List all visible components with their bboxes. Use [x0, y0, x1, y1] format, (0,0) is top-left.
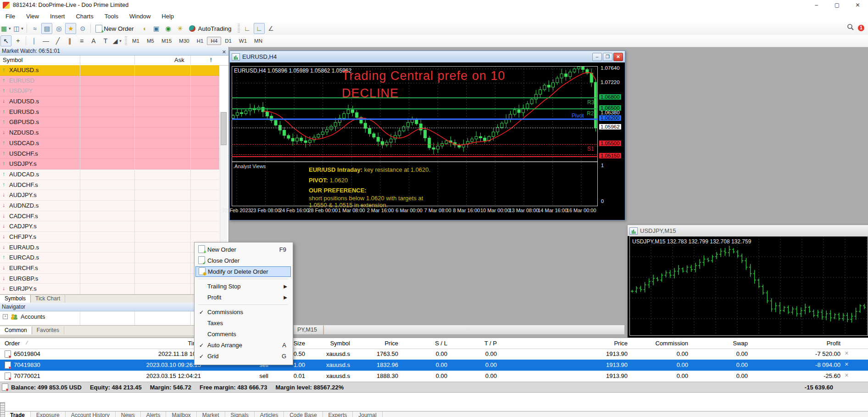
timeframe-d1[interactable]: D1 [221, 37, 235, 45]
crosshair-tool[interactable]: ＋ [12, 35, 23, 46]
market-watch-row[interactable]: ↓CADJPY.s96.53196.55726 [0, 221, 219, 232]
market-watch-row[interactable]: ↓EURAUD.s1.598871.5991831 [0, 242, 219, 253]
timeframe-m1[interactable]: M1 [128, 37, 143, 45]
menu-item-modify-or-delete-order[interactable]: ✱Modify or Delete Order [195, 266, 291, 277]
menu-item-window[interactable]: Window [124, 11, 156, 22]
market-watch-row[interactable]: ↑EURUSD1.059571.0596811 [0, 76, 219, 86]
order-row[interactable]: ▼704198302023.03.10 09:26:15sell1.00xauu… [0, 360, 868, 371]
timeframe-m5[interactable]: M5 [143, 37, 158, 45]
market-watch-row[interactable]: ↓EURJPY.s140.669140.690 [0, 284, 219, 294]
market-watch-row[interactable]: ↑USDCHF.s0.930390.9306425 [0, 149, 219, 159]
bottom-tab-mailbox[interactable]: Mailbox [166, 411, 196, 417]
menu-item-charts[interactable]: Charts [70, 11, 99, 22]
profiles-button[interactable]: ◫▼ [13, 23, 24, 34]
market-watch-row[interactable]: ↓CADCHF.s0.676570.6767518 [0, 211, 219, 222]
close-order-icon[interactable]: ✕ [845, 372, 849, 378]
market-watch-row[interactable]: ↑GBPUSD.s1.207451.2075914 [0, 117, 219, 128]
market-watch-row[interactable]: ↓EURGBP.s0.877470.87760 [0, 274, 219, 284]
favorites-button[interactable]: ★ [65, 23, 76, 34]
tab-common[interactable]: Common [0, 327, 32, 334]
vertical-line-tool[interactable]: ｜ [28, 35, 39, 46]
market-watch-row[interactable]: ↓CHFJPY.s142.659142.69233 [0, 232, 219, 242]
horizontal-line-tool[interactable]: — [40, 35, 51, 46]
timeframe-h1[interactable]: H1 [193, 37, 207, 45]
print-button[interactable]: ▣ [151, 23, 162, 34]
order-row[interactable]: ▼707700212023.03.15 12:04:21sell0.01xauu… [0, 371, 868, 382]
market-watch-row[interactable]: ↑EURUSD.s1.059571.0596811 [0, 107, 219, 118]
fibonacci-tool[interactable]: ≡ [76, 35, 87, 46]
bottom-tab-market[interactable]: Market [197, 411, 225, 417]
tick-chart-button[interactable]: ≈ [29, 23, 40, 34]
market-watch-row[interactable]: ↓NZDUSD.s0.615830.6160118 [0, 128, 219, 138]
line-chart-mode-button[interactable]: ∠ [266, 23, 277, 34]
menu-item-close-order[interactable]: ✓Close Order [195, 255, 291, 266]
market-watch-row[interactable]: ↑USDJPY132.754132.77016 [0, 86, 219, 96]
timeframe-w1[interactable]: W1 [235, 37, 250, 45]
new-chart-button[interactable]: ▦▼ [0, 23, 12, 34]
chart-minimize-button[interactable]: – [592, 53, 602, 61]
bar-chart-mode-button[interactable]: ∟ [242, 23, 253, 34]
bottom-tab-exposure[interactable]: Exposure [31, 411, 66, 417]
trade-watch-icon[interactable]: ◖ [139, 23, 150, 34]
title-bar[interactable]: 8812414: DooPrime-Live - Doo Prime Limit… [0, 0, 868, 11]
menu-item-view[interactable]: View [21, 11, 45, 22]
market-watch-row[interactable]: ↑AUDCHF.s0.616540.6167117 [0, 180, 219, 191]
shapes-tool[interactable]: ◢▼ [112, 35, 123, 46]
bottom-tab-signals[interactable]: Signals [225, 411, 255, 417]
order-row[interactable]: ▼650198042022.11.18 10:30.50xauusd.s1763… [0, 349, 868, 360]
market-watch-row[interactable]: ↓EURCHF.s0.985940.98611 [0, 263, 219, 274]
expert-settings-button[interactable]: ✳ [175, 23, 186, 34]
bottom-tab-journal[interactable]: Journal [353, 411, 382, 417]
menu-item-new-order[interactable]: +New OrderF9 [195, 244, 291, 255]
orders-table-header[interactable]: Order∕TimeSizeSymbolPriceS / LT / PPrice… [0, 338, 868, 349]
notification-badge[interactable]: 1 [858, 25, 864, 31]
bottom-tab-account-history[interactable]: Account History [66, 411, 116, 417]
timeframe-h4[interactable]: H4 [207, 37, 221, 45]
news-button[interactable]: ◉ [163, 23, 174, 34]
text-label-tool[interactable]: T [100, 35, 111, 46]
search-icon[interactable] [847, 23, 854, 33]
market-watch-row[interactable]: ↓AUDUSD.s0.662580.6627618 [0, 96, 219, 107]
usdjpy-window-titlebar[interactable]: USDJPY,M15 [628, 225, 868, 237]
market-watch-row[interactable]: ↑EURCAD.s1.457041.45729 [0, 253, 219, 263]
close-order-icon[interactable]: ✕ [845, 361, 849, 367]
maximize-button[interactable]: ▢ [827, 0, 847, 10]
market-watch-row[interactable]: ↓AUDNZD.s1.075781.0760527 [0, 201, 219, 211]
menu-item-tools[interactable]: Tools [99, 11, 124, 22]
panel-grip[interactable] [0, 402, 5, 417]
close-order-icon[interactable]: ✕ [845, 350, 849, 356]
market-watch-row[interactable]: ↑XAUUSD.s1913.701913.9020 [0, 65, 219, 76]
trendline-tool[interactable]: ╱ [52, 35, 63, 46]
timeframe-m15[interactable]: M15 [158, 37, 175, 45]
timeframe-m30[interactable]: M30 [175, 37, 193, 45]
cursor-tool[interactable]: ↖ [0, 35, 11, 46]
market-watch-row[interactable]: ↓AUDJPY.s87.96587.98924 [0, 190, 219, 201]
menu-item-trailing-stop[interactable]: Trailing Stop▶ [195, 281, 291, 292]
tab-tick-chart[interactable]: Tick Chart [31, 295, 65, 303]
market-watch-toggle[interactable]: ▤ [41, 23, 52, 34]
close-button[interactable]: ✕ [847, 0, 868, 10]
menu-item-file[interactable]: File [0, 11, 21, 22]
menu-item-commissions[interactable]: ✓Commissions [195, 307, 291, 317]
bottom-tab-trade[interactable]: Trade [5, 411, 31, 417]
menu-item-grid[interactable]: ✓GridG [195, 351, 291, 361]
tab-symbols[interactable]: Symbols [0, 295, 31, 303]
eurusd-window-titlebar[interactable]: EURUSD,H4 – ❐ ✕ [230, 51, 625, 63]
menu-item-help[interactable]: Help [156, 11, 179, 22]
minimize-button[interactable]: – [806, 0, 827, 10]
market-watch-columns[interactable]: SymbolBidAsk! [0, 56, 228, 66]
find-symbol-button[interactable]: ⊙ [77, 23, 88, 34]
menu-item-profit[interactable]: Profit▶ [195, 292, 291, 303]
expand-icon[interactable]: + [3, 314, 8, 319]
background-window-titlebar[interactable]: PY,M15 │ [293, 325, 625, 335]
bottom-tab-alerts[interactable]: Alerts [141, 411, 167, 417]
autotrading-button[interactable]: AutoTrading [187, 23, 236, 34]
navigator-accounts-item[interactable]: + Accounts [3, 313, 45, 320]
bottom-tab-news[interactable]: News [116, 411, 141, 417]
bottom-tab-articles[interactable]: Articles [255, 411, 284, 417]
text-tool[interactable]: A [88, 35, 99, 46]
market-watch-row[interactable]: ↑USDJPY.s132.752132.77220 [0, 159, 219, 169]
data-window-button[interactable]: ◎ [53, 23, 64, 34]
bottom-tab-experts[interactable]: Experts [323, 411, 353, 417]
tab-favorites[interactable]: Favorites [32, 327, 64, 334]
